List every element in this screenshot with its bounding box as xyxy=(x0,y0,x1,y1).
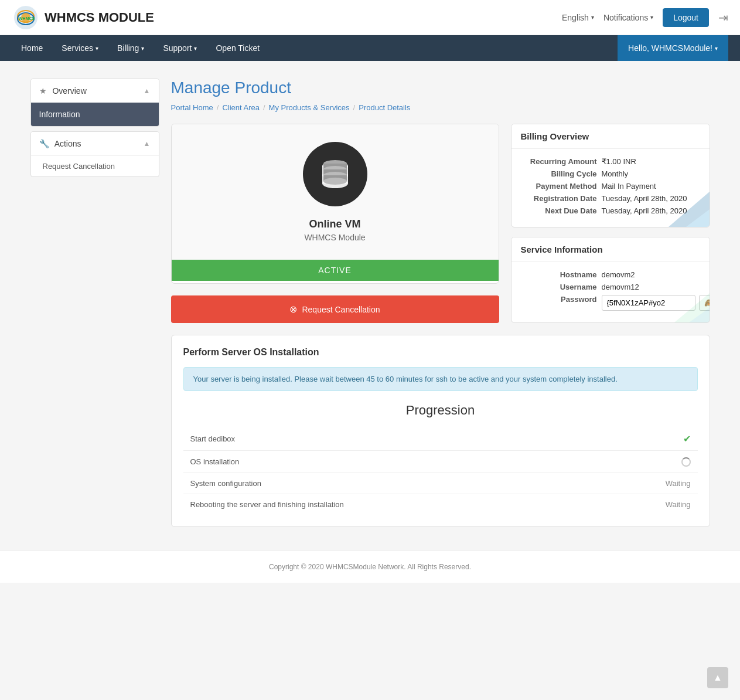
overview-toggle-icon: ▲ xyxy=(144,87,151,95)
progress-row-4: Rebooting the server and finishing insta… xyxy=(183,494,698,515)
service-hostname-label: Hostname xyxy=(521,270,597,279)
billing-overview-title: Billing Overview xyxy=(511,124,710,149)
top-bar: WHMCS WHMCS MODULE English ▾ Notificatio… xyxy=(0,0,740,35)
logo: WHMCS WHMCS MODULE xyxy=(12,4,154,32)
billing-duedate-value: Tuesday, April 28th, 2020 xyxy=(602,206,687,215)
exit-icon[interactable]: ⇥ xyxy=(718,11,728,25)
support-chevron-icon: ▾ xyxy=(194,45,197,52)
billing-overview-box: Billing Overview Recurring Amount ₹1.00 … xyxy=(511,124,710,227)
nav-support[interactable]: Support ▾ xyxy=(154,35,206,61)
nav-billing[interactable]: Billing ▾ xyxy=(108,35,154,61)
installation-section: Perform Server OS Installation Your serv… xyxy=(171,335,710,527)
user-chevron-icon: ▾ xyxy=(715,45,718,52)
progress-step-3-label: System configuration xyxy=(183,473,601,494)
billing-payment-row: Payment Method Mail In Payment xyxy=(521,182,700,191)
breadcrumb-portal-home[interactable]: Portal Home xyxy=(171,103,213,112)
progress-step-1-label: Start dedibox xyxy=(183,427,601,451)
billing-cycle-row: Billing Cycle Monthly xyxy=(521,169,700,178)
service-password-label: Password xyxy=(521,295,597,311)
breadcrumb-sep-1: / xyxy=(217,103,219,112)
service-username-value: demovm12 xyxy=(602,283,639,291)
billing-regdate-value: Tuesday, April 28th, 2020 xyxy=(602,194,687,203)
nav-home[interactable]: Home xyxy=(12,35,52,61)
breadcrumb-sep-2: / xyxy=(263,103,265,112)
sidebar-overview-header[interactable]: ★ Overview ▲ xyxy=(31,79,159,103)
progress-row-1: Start dedibox ✔ xyxy=(183,427,698,451)
logo-icon: WHMCS xyxy=(12,4,40,32)
progress-row-2: OS installation xyxy=(183,451,698,473)
service-info-body: Hostname demovm2 Username demovm12 Passw… xyxy=(511,262,710,322)
nav-user-greeting[interactable]: Hello, WHMCSModule! ▾ xyxy=(618,35,728,61)
request-cancellation-button[interactable]: ⊗ Request Cancellation xyxy=(171,295,499,323)
language-selector[interactable]: English ▾ xyxy=(562,13,594,22)
breadcrumb-client-area[interactable]: Client Area xyxy=(222,103,260,112)
product-icon-circle xyxy=(303,142,367,206)
notif-chevron-icon: ▾ xyxy=(650,14,653,21)
progression-table: Start dedibox ✔ OS installation System c… xyxy=(183,427,698,515)
progress-step-4-label: Rebooting the server and finishing insta… xyxy=(183,494,601,515)
breadcrumb-my-products[interactable]: My Products & Services xyxy=(269,103,350,112)
spinner-icon xyxy=(681,457,691,467)
billing-chevron-icon: ▾ xyxy=(141,45,144,52)
breadcrumb: Portal Home / Client Area / My Products … xyxy=(171,103,710,112)
main-container: ★ Overview ▲ Information 🔧 Actions ▲ Req… xyxy=(19,79,722,527)
svg-point-16 xyxy=(323,178,347,185)
service-username-label: Username xyxy=(521,283,597,291)
billing-recurring-row: Recurring Amount ₹1.00 INR xyxy=(521,157,700,166)
eye-icon: 🙈 xyxy=(704,298,710,307)
logo-text: WHMCS MODULE xyxy=(45,10,154,25)
database-icon xyxy=(318,157,353,192)
service-info-title: Service Information xyxy=(511,237,710,262)
services-chevron-icon: ▾ xyxy=(96,45,98,52)
billing-regdate-label: Registration Date xyxy=(521,194,597,203)
progress-step-2-status xyxy=(600,451,697,473)
progress-step-4-status: Waiting xyxy=(600,494,697,515)
password-row: 🙈 xyxy=(602,295,710,311)
wrench-icon: 🔧 xyxy=(39,139,49,148)
logout-button[interactable]: Logout xyxy=(663,8,709,27)
star-icon: ★ xyxy=(39,86,47,96)
billing-recurring-label: Recurring Amount xyxy=(521,157,597,166)
right-panel: Billing Overview Recurring Amount ₹1.00 … xyxy=(511,124,710,323)
content-area: Manage Product Portal Home / Client Area… xyxy=(171,79,710,527)
installation-notice: Your server is being installed. Please w… xyxy=(183,367,698,391)
billing-payment-value: Mail In Payment xyxy=(602,182,656,191)
nav-open-ticket[interactable]: Open Ticket xyxy=(206,35,269,61)
sidebar-actions-header[interactable]: 🔧 Actions ▲ xyxy=(31,132,159,155)
notifications-link[interactable]: Notifications ▾ xyxy=(603,13,653,22)
sidebar-information-item[interactable]: Information xyxy=(31,103,159,126)
page-title: Manage Product xyxy=(171,79,710,97)
progress-step-3-status: Waiting xyxy=(600,473,697,494)
breadcrumb-sep-3: / xyxy=(353,103,356,112)
top-right: English ▾ Notifications ▾ Logout ⇥ xyxy=(562,8,728,27)
nav-bar: Home Services ▾ Billing ▾ Support ▾ Open… xyxy=(0,35,740,61)
billing-duedate-label: Next Due Date xyxy=(521,206,597,215)
top-row: Online VM WHMCS Module ACTIVE ⊗ Request … xyxy=(171,124,710,323)
nav-services[interactable]: Services ▾ xyxy=(52,35,108,61)
product-provider: WHMCS Module xyxy=(304,233,365,242)
installation-title: Perform Server OS Installation xyxy=(183,347,698,358)
billing-recurring-value: ₹1.00 INR xyxy=(602,157,636,166)
product-body: Online VM WHMCS Module xyxy=(172,124,499,260)
footer-copyright: Copyright © 2020 WHMCSModule Network. Al… xyxy=(269,563,471,571)
service-hostname-row: Hostname demovm2 xyxy=(521,270,700,279)
billing-duedate-row: Next Due Date Tuesday, April 28th, 2020 xyxy=(521,206,700,215)
product-card: Online VM WHMCS Module ACTIVE xyxy=(171,124,499,284)
progress-row-3: System configuration Waiting xyxy=(183,473,698,494)
service-username-row: Username demovm12 xyxy=(521,283,700,291)
svg-text:WHMCS: WHMCS xyxy=(19,16,35,21)
password-input[interactable] xyxy=(602,295,695,311)
progress-step-1-status: ✔ xyxy=(600,427,697,451)
breadcrumb-product-details: Product Details xyxy=(359,103,410,112)
service-hostname-value: demovm2 xyxy=(602,270,635,279)
sidebar: ★ Overview ▲ Information 🔧 Actions ▲ Req… xyxy=(30,79,159,527)
sidebar-overview-section: ★ Overview ▲ Information xyxy=(30,79,159,127)
toggle-password-button[interactable]: 🙈 xyxy=(699,295,710,311)
product-status-bar: ACTIVE xyxy=(172,260,499,281)
billing-cycle-label: Billing Cycle xyxy=(521,169,597,178)
billing-overview-body: Recurring Amount ₹1.00 INR Billing Cycle… xyxy=(511,149,710,227)
actions-toggle-icon: ▲ xyxy=(144,140,151,148)
sidebar-request-cancellation[interactable]: Request Cancellation xyxy=(31,155,159,176)
lang-chevron-icon: ▾ xyxy=(591,14,594,21)
progression-title: Progression xyxy=(183,403,698,418)
